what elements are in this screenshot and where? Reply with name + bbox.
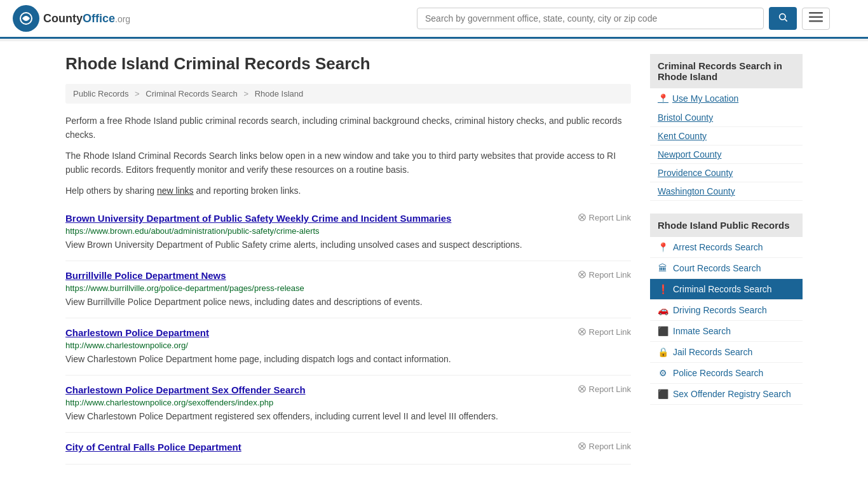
- sidebar-item-police-records[interactable]: ⚙ Police Records Search: [650, 363, 803, 384]
- svg-line-3: [785, 19, 787, 22]
- result-url[interactable]: https://www.burrillville.org/police-depa…: [65, 283, 631, 293]
- result-url[interactable]: http://www.charlestownpolice.org/sexoffe…: [65, 398, 631, 407]
- page-title: Rhode Island Criminal Records Search: [65, 54, 631, 74]
- site-header: CountyOffice.org: [0, 0, 868, 39]
- breadcrumb-sep-2: >: [243, 89, 248, 98]
- main-container: Rhode Island Criminal Records Search Pub…: [53, 41, 815, 477]
- menu-button[interactable]: [802, 8, 830, 30]
- result-desc: View Charlestown Police Department home …: [65, 353, 631, 366]
- sidebar-item-driving-records[interactable]: 🚗 Driving Records Search: [650, 300, 803, 321]
- result-title[interactable]: Charlestown Police Department: [65, 327, 209, 338]
- result-item: Charlestown Police Department Sex Offend…: [65, 376, 631, 433]
- result-url[interactable]: https://www.brown.edu/about/administrati…: [65, 226, 631, 236]
- sex-offender-icon: ⬛: [658, 389, 668, 399]
- sidebar-item-arrest-records[interactable]: 📍 Arrest Records Search: [650, 237, 803, 258]
- svg-point-2: [780, 14, 785, 20]
- results-list: Brown University Department of Public Sa…: [65, 204, 631, 464]
- sidebar-section-title: Criminal Records Search in Rhode Island: [650, 54, 803, 88]
- result-title[interactable]: Burrillville Police Department News: [65, 270, 226, 281]
- description-1: Perform a free Rhode Island public crimi…: [65, 114, 631, 142]
- description-2: The Rhode Island Criminal Records Search…: [65, 149, 631, 177]
- svg-rect-4: [809, 12, 823, 14]
- report-link[interactable]: Report Link: [578, 213, 631, 222]
- result-header: Brown University Department of Public Sa…: [65, 213, 631, 224]
- search-area: [417, 7, 830, 30]
- report-link[interactable]: Report Link: [578, 442, 631, 451]
- sidebar-item-criminal-records[interactable]: ❗ Criminal Records Search: [650, 279, 803, 300]
- logo-icon: [13, 5, 39, 32]
- breadcrumb-public-records[interactable]: Public Records: [73, 89, 128, 98]
- police-records-icon: ⚙: [658, 368, 668, 378]
- breadcrumb: Public Records > Criminal Records Search…: [65, 84, 631, 104]
- jail-records-icon: 🔒: [658, 347, 668, 357]
- result-title[interactable]: Charlestown Police Department Sex Offend…: [65, 384, 306, 395]
- sidebar-public-records-section: Rhode Island Public Records 📍 Arrest Rec…: [650, 214, 803, 405]
- sidebar-item-sex-offender-registry[interactable]: ⬛ Sex Offender Registry Search: [650, 384, 803, 405]
- location-icon: 📍: [658, 93, 668, 104]
- driving-records-icon: 🚗: [658, 305, 668, 315]
- county-link-bristol[interactable]: Bristol County: [650, 109, 803, 127]
- result-url[interactable]: http://www.charlestownpolice.org/: [65, 341, 631, 350]
- logo-text: CountyOffice.org: [43, 12, 130, 25]
- new-links-link[interactable]: new links: [157, 186, 194, 196]
- result-item: Brown University Department of Public Sa…: [65, 204, 631, 261]
- breadcrumb-current: Rhode Island: [255, 89, 304, 98]
- sidebar-item-inmate-search[interactable]: ⬛ Inmate Search: [650, 321, 803, 342]
- county-link-kent[interactable]: Kent County: [650, 127, 803, 146]
- result-header: Charlestown Police Department Report Lin…: [65, 327, 631, 338]
- search-button[interactable]: [769, 7, 797, 30]
- result-item: City of Central Falls Police Department …: [65, 433, 631, 464]
- search-input[interactable]: [417, 8, 764, 29]
- result-title[interactable]: Brown University Department of Public Sa…: [65, 213, 451, 224]
- result-item: Charlestown Police Department Report Lin…: [65, 318, 631, 376]
- result-header: City of Central Falls Police Department …: [65, 442, 631, 452]
- sidebar: Criminal Records Search in Rhode Island …: [650, 54, 803, 464]
- county-link-providence[interactable]: Providence County: [650, 164, 803, 182]
- result-header: Charlestown Police Department Sex Offend…: [65, 384, 631, 395]
- report-link[interactable]: Report Link: [578, 384, 631, 394]
- breadcrumb-sep-1: >: [135, 89, 140, 98]
- result-title[interactable]: City of Central Falls Police Department: [65, 442, 241, 452]
- content-area: Rhode Island Criminal Records Search Pub…: [65, 54, 631, 464]
- sidebar-public-records-title: Rhode Island Public Records: [650, 214, 803, 237]
- result-item: Burrillville Police Department News Repo…: [65, 261, 631, 318]
- svg-rect-6: [809, 20, 823, 22]
- result-desc: View Burrillville Police Department poli…: [65, 295, 631, 309]
- svg-rect-5: [809, 16, 823, 18]
- sidebar-criminal-section: Criminal Records Search in Rhode Island …: [650, 54, 803, 201]
- court-records-icon: 🏛: [658, 263, 668, 273]
- use-my-location-link[interactable]: 📍 Use My Location: [650, 88, 803, 109]
- county-link-washington[interactable]: Washington County: [650, 182, 803, 201]
- arrest-records-icon: 📍: [658, 242, 668, 252]
- sidebar-item-jail-records[interactable]: 🔒 Jail Records Search: [650, 342, 803, 363]
- criminal-records-icon: ❗: [658, 284, 668, 294]
- report-link[interactable]: Report Link: [578, 327, 631, 337]
- result-desc: View Charlestown Police Department regis…: [65, 410, 631, 423]
- result-header: Burrillville Police Department News Repo…: [65, 270, 631, 281]
- result-desc: View Brown University Department of Publ…: [65, 238, 631, 252]
- report-link[interactable]: Report Link: [578, 270, 631, 280]
- logo-area: CountyOffice.org: [13, 5, 130, 32]
- inmate-search-icon: ⬛: [658, 326, 668, 336]
- description-3: Help others by sharing new links and rep…: [65, 184, 631, 198]
- sidebar-item-court-records[interactable]: 🏛 Court Records Search: [650, 258, 803, 279]
- county-link-newport[interactable]: Newport County: [650, 146, 803, 164]
- breadcrumb-criminal-records[interactable]: Criminal Records Search: [146, 89, 238, 98]
